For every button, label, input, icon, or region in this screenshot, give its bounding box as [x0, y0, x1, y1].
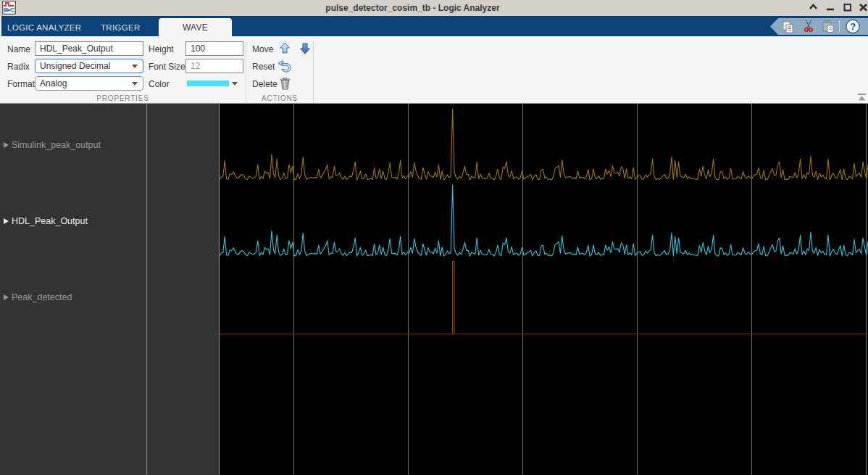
svg-text:?: ? — [850, 21, 856, 32]
